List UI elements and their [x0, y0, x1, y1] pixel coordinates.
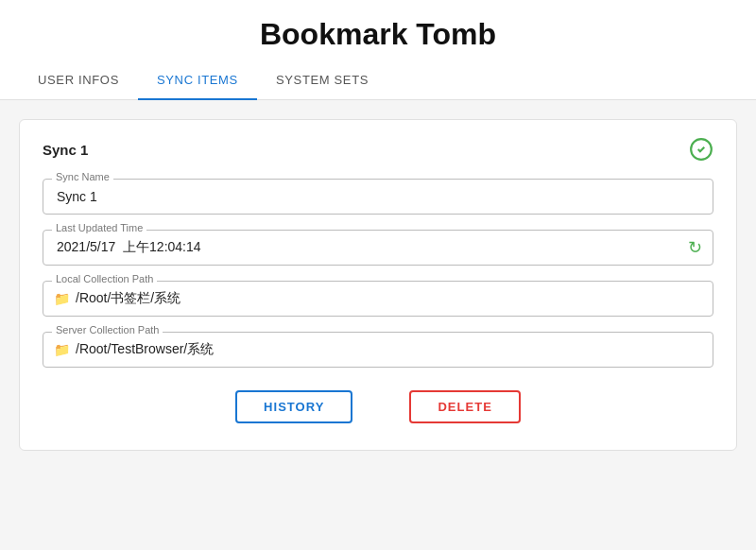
- folder-icon-local: 📁: [54, 291, 70, 306]
- sync-card: Sync 1 Sync Name Last Updated Time ↻ Loc…: [19, 119, 737, 451]
- tab-system-sets[interactable]: SYSTEM SETS: [257, 61, 387, 100]
- local-path-wrapper: 📁: [43, 281, 713, 317]
- page-title: Bookmark Tomb: [0, 17, 756, 52]
- sync-name-input[interactable]: [43, 179, 713, 215]
- status-success-icon: [689, 137, 713, 162]
- history-button[interactable]: HISTORY: [235, 390, 352, 423]
- last-updated-field: Last Updated Time ↻: [43, 230, 713, 266]
- local-path-label: Local Collection Path: [52, 273, 157, 284]
- server-path-input[interactable]: [43, 332, 713, 368]
- last-updated-input[interactable]: [43, 230, 713, 266]
- sync-name-label: Sync Name: [52, 171, 113, 182]
- sync-name-field: Sync Name: [43, 179, 713, 215]
- local-path-input[interactable]: [43, 281, 713, 317]
- tab-user-infos[interactable]: USER INFOS: [19, 61, 138, 100]
- last-updated-label: Last Updated Time: [52, 222, 146, 233]
- server-path-wrapper: 📁: [43, 332, 713, 368]
- refresh-icon[interactable]: ↻: [688, 237, 702, 258]
- server-path-field: Server Collection Path 📁: [43, 332, 713, 368]
- main-content: Sync 1 Sync Name Last Updated Time ↻ Loc…: [0, 100, 756, 470]
- card-actions: HISTORY DELETE: [43, 390, 713, 423]
- last-updated-input-wrapper: ↻: [43, 230, 713, 266]
- server-path-label: Server Collection Path: [52, 324, 163, 335]
- local-path-field: Local Collection Path 📁: [43, 281, 713, 317]
- tab-bar: USER INFOS SYNC ITEMS SYSTEM SETS: [0, 61, 756, 100]
- page-header: Bookmark Tomb: [0, 0, 756, 61]
- delete-button[interactable]: DELETE: [409, 390, 521, 423]
- card-title: Sync 1: [43, 142, 88, 158]
- tab-sync-items[interactable]: SYNC ITEMS: [138, 61, 257, 100]
- card-header: Sync 1: [43, 137, 713, 162]
- folder-icon-server: 📁: [54, 342, 70, 357]
